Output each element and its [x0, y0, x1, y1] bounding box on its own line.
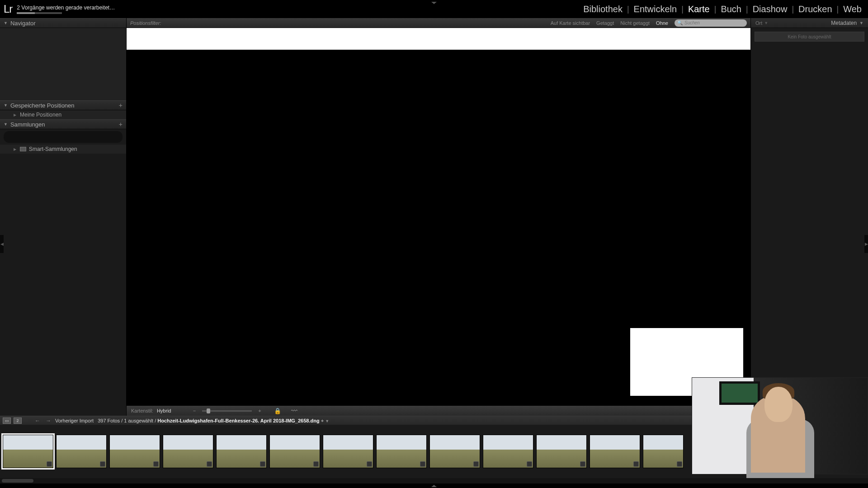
chevron-right-icon: ▶	[14, 113, 16, 117]
navigator-header[interactable]: ▼ Navigator	[0, 18, 126, 28]
module-buch[interactable]: Buch	[719, 4, 743, 14]
location-filter-bar: Positionsfilter: Auf Karte sichtbar Geta…	[127, 18, 750, 28]
module-separator: |	[743, 5, 751, 14]
module-web[interactable]: Web	[841, 4, 863, 14]
nav-back-button[interactable]: ←	[33, 418, 42, 424]
module-separator: |	[624, 5, 632, 14]
right-panel-collapse[interactable]: ▶	[864, 235, 868, 253]
smart-collection-icon	[20, 147, 26, 151]
left-panel: ▼ Navigator ▼ Gespeicherte Positionen + …	[0, 18, 127, 416]
lock-icon[interactable]: 🔒	[274, 408, 281, 414]
thumb-badge-icon	[153, 461, 159, 467]
right-panel-header: Ort ▼ Metadaten ▼	[751, 18, 868, 28]
filmstrip-thumb[interactable]	[109, 435, 160, 468]
navigator-preview	[0, 28, 126, 100]
filmstrip-thumb[interactable]	[483, 435, 533, 468]
search-icon: 🔍	[677, 20, 683, 25]
source-name: Vorheriger Import	[55, 418, 94, 423]
source-path[interactable]: Vorheriger Import 397 Fotos / 1 ausgewäh…	[55, 418, 329, 423]
module-separator: |	[712, 5, 719, 14]
thumb-badge-icon	[420, 461, 425, 467]
module-picker: Bibliothek|Entwickeln|Karte|Buch|Diashow…	[581, 0, 863, 18]
metadata-label[interactable]: Metadaten	[831, 20, 857, 26]
filter-options: Auf Karte sichtbar Getaggt Nicht getaggt…	[551, 19, 747, 27]
chevron-down-icon[interactable]: ▼	[764, 21, 768, 25]
processing-status[interactable]: 2 Vorgänge werden gerade verarbeitet…	[17, 5, 115, 14]
zoom-slider[interactable]	[202, 410, 252, 412]
filmstrip-thumb[interactable]	[376, 435, 427, 468]
nav-forward-button[interactable]: →	[44, 418, 52, 424]
app-logo: Lr	[4, 3, 12, 15]
second-window-button[interactable]: 2	[14, 418, 22, 424]
filmstrip-thumb[interactable]	[3, 435, 53, 468]
collections-header[interactable]: ▼ Sammlungen +	[0, 119, 126, 129]
filmstrip-thumb[interactable]	[269, 435, 320, 468]
map-style-label: Kartenstil:	[131, 408, 153, 413]
filmstrip-thumb[interactable]	[163, 435, 213, 468]
smart-collections-item[interactable]: ▶ Smart-Sammlungen	[0, 145, 126, 154]
collections-filter-input[interactable]	[4, 131, 123, 143]
filmstrip-scrollbar[interactable]	[0, 478, 868, 483]
main-window-button[interactable]: ▭	[3, 418, 11, 424]
filmstrip-thumb[interactable]	[590, 435, 640, 468]
thumb-badge-icon	[313, 461, 319, 467]
webcam-overlay	[692, 377, 868, 474]
source-count: 397 Fotos	[98, 418, 120, 423]
filter-visible-on-map[interactable]: Auf Karte sichtbar	[551, 20, 590, 26]
module-separator: |	[834, 5, 842, 14]
identity-plate-bar: Lr 2 Vorgänge werden gerade verarbeitet……	[0, 0, 868, 18]
filter-tagged[interactable]: Getaggt	[596, 20, 614, 26]
zoom-in-button[interactable]: +	[258, 408, 261, 413]
right-panel: Ort ▼ Metadaten ▼ Kein Foto ausgewählt	[750, 18, 868, 416]
filter-label: Positionsfilter:	[130, 20, 161, 26]
top-panel-grip[interactable]	[429, 2, 439, 5]
filmstrip-thumb[interactable]	[56, 435, 107, 468]
filmstrip-thumb[interactable]	[536, 435, 587, 468]
module-karte[interactable]: Karte	[686, 4, 712, 14]
saved-location-item[interactable]: ▶ Meine Positionen	[0, 110, 126, 119]
filmstrip-thumb[interactable]	[323, 435, 373, 468]
chevron-left-icon: ◀	[0, 242, 4, 246]
navigator-label: Navigator	[10, 20, 36, 27]
chevron-down-icon: ▼	[4, 21, 8, 25]
zoom-out-button[interactable]: −	[193, 408, 196, 413]
filmstrip-thumb[interactable]	[216, 435, 267, 468]
chevron-down-icon: ▼	[4, 122, 8, 127]
chevron-right-icon: ▶	[14, 147, 16, 151]
grid-view-button[interactable]	[24, 420, 31, 421]
left-panel-collapse[interactable]: ◀	[0, 235, 4, 253]
thumb-badge-icon	[260, 461, 265, 467]
thumb-badge-icon	[367, 461, 372, 467]
selected-count: 1 ausgewählt	[124, 418, 153, 423]
filmstrip-thumb[interactable]	[643, 435, 684, 468]
thumb-badge-icon	[677, 461, 682, 467]
thumb-badge-icon	[207, 461, 212, 467]
chevron-down-icon[interactable]: ▼	[325, 419, 329, 423]
chevron-down-icon[interactable]: ▼	[859, 21, 863, 25]
map-search-box[interactable]: 🔍	[675, 19, 747, 27]
thumb-badge-icon	[100, 461, 105, 467]
bottom-panel-grip[interactable]	[0, 483, 868, 488]
filmstrip-thumb[interactable]	[429, 435, 480, 468]
map-canvas[interactable]	[127, 50, 750, 406]
plus-icon[interactable]: +	[119, 121, 123, 128]
module-separator: |	[789, 5, 797, 14]
filter-untagged[interactable]: Nicht getaggt	[620, 20, 650, 26]
map-style-value[interactable]: Hybrid	[157, 408, 171, 413]
current-filename: Hochzeit-Ludwigshafen-Full-Benkesser-26.…	[157, 418, 319, 423]
module-drucken[interactable]: Drucken	[797, 4, 834, 14]
module-entwickeln[interactable]: Entwickeln	[632, 4, 679, 14]
module-diashow[interactable]: Diashow	[751, 4, 789, 14]
gps-tracklog-icon[interactable]: 〰	[291, 407, 297, 414]
module-bibliothek[interactable]: Bibliothek	[581, 4, 624, 14]
saved-locations-header[interactable]: ▼ Gespeicherte Positionen +	[0, 100, 126, 110]
map-search-input[interactable]	[684, 20, 744, 25]
plus-icon[interactable]: +	[119, 102, 123, 109]
smart-collections-label: Smart-Sammlungen	[29, 146, 77, 152]
filter-none[interactable]: Ohne	[656, 20, 668, 26]
thumb-badge-icon	[633, 461, 639, 467]
thumb-badge-icon	[580, 461, 585, 467]
progress-bar	[17, 12, 62, 14]
thumb-badge-icon	[473, 461, 479, 467]
processing-text: 2 Vorgänge werden gerade verarbeitet…	[17, 5, 115, 11]
